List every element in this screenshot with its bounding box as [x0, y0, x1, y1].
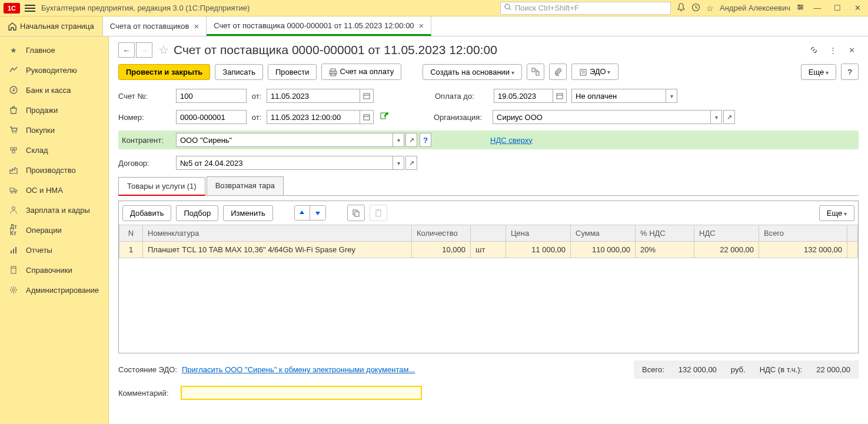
edo-button[interactable]: ЭДО [571, 64, 618, 80]
paste-button[interactable] [370, 205, 387, 221]
org-select[interactable] [493, 110, 710, 124]
cell-nomenclature[interactable]: Планшет TCL 10 TAB MAX 10,36" 4/64Gb Wi-… [143, 242, 412, 258]
cell-total[interactable]: 132 000,00 [759, 242, 847, 258]
settings-icon[interactable] [796, 3, 804, 13]
more-button[interactable]: Еще [801, 64, 836, 80]
help-button[interactable]: ? [420, 133, 431, 147]
post-close-button[interactable]: Провести и закрыть [118, 64, 210, 80]
account-no-input[interactable] [176, 89, 247, 103]
account-date-input[interactable] [267, 89, 360, 103]
pick-button[interactable]: Подбор [176, 205, 218, 221]
col-nomenclature[interactable]: Номенклатура [143, 225, 412, 242]
cell-n[interactable]: 1 [119, 242, 143, 258]
col-total[interactable]: Всего [759, 225, 847, 242]
col-price[interactable]: Цена [506, 225, 571, 242]
sidebar-item-catalogs[interactable]: Справочники [0, 260, 108, 280]
sidebar-label: Покупки [26, 126, 55, 135]
link-icon[interactable] [807, 43, 821, 57]
sidebar-item-hr[interactable]: Зарплата и кадры [0, 200, 108, 220]
table-more-button[interactable]: Еще [819, 205, 854, 221]
open-icon[interactable]: ↗ [723, 110, 735, 124]
home-tab[interactable]: Начальная страница [0, 16, 103, 36]
cell-price[interactable]: 11 000,00 [506, 242, 571, 258]
menu-icon[interactable] [25, 3, 35, 14]
copy-button[interactable] [347, 205, 365, 221]
sidebar-item-warehouse[interactable]: Склад [0, 140, 108, 160]
attachment-button[interactable] [549, 64, 567, 80]
nav-back-button[interactable]: ← [118, 42, 135, 58]
add-row-button[interactable]: Добавить [122, 205, 171, 221]
maximize-button[interactable]: ☐ [830, 2, 844, 14]
edo-invite-link[interactable]: Пригласить ООО "Сирень" к обмену электро… [182, 365, 415, 374]
sidebar-item-operations[interactable]: ДтКтОперации [0, 220, 108, 240]
move-up-button[interactable] [295, 206, 310, 220]
tab-invoice-doc[interactable]: Счет от поставщика 0000-000001 от 11.05.… [207, 16, 431, 36]
chevron-down-icon[interactable]: ▾ [393, 133, 404, 147]
edit-button[interactable]: Изменить [223, 205, 273, 221]
user-name[interactable]: Андрей Алексеевич [720, 4, 790, 12]
sidebar-item-sales[interactable]: Продажи [0, 100, 108, 120]
cell-qty[interactable]: 10,000 [412, 242, 471, 258]
close-icon[interactable]: × [419, 21, 424, 31]
vat-mode-link[interactable]: НДС сверху [490, 136, 533, 145]
nav-forward-button[interactable]: → [136, 42, 152, 58]
favorite-icon[interactable]: ☆ [158, 43, 169, 57]
post-button[interactable]: Провести [268, 64, 317, 80]
move-down-button[interactable] [310, 206, 325, 220]
chevron-down-icon[interactable]: ▾ [666, 89, 677, 103]
col-vat[interactable]: НДС [694, 225, 759, 242]
star-icon[interactable]: ☆ [706, 4, 714, 13]
history-icon[interactable] [691, 3, 700, 14]
sidebar-item-assets[interactable]: ОС и НМА [0, 180, 108, 200]
svg-rect-43 [376, 210, 381, 216]
save-button[interactable]: Записать [215, 64, 263, 80]
global-search[interactable]: Поиск Ctrl+Shift+F [500, 2, 671, 15]
sidebar-item-bank[interactable]: ₽Банк и касса [0, 80, 108, 100]
number-date-input[interactable] [267, 110, 360, 124]
close-icon[interactable]: × [194, 21, 199, 31]
sidebar-item-reports[interactable]: Отчеты [0, 240, 108, 260]
help-button[interactable]: ? [841, 64, 859, 80]
cell-unit[interactable]: шт [471, 242, 506, 258]
chevron-down-icon[interactable]: ▾ [710, 110, 722, 124]
sidebar-item-manager[interactable]: Руководителю [0, 60, 108, 80]
sidebar-item-production[interactable]: Производство [0, 160, 108, 180]
payment-until-label: Оплата до: [435, 92, 494, 101]
col-vat-pct[interactable]: % НДС [636, 225, 694, 242]
open-icon[interactable]: ↗ [405, 156, 417, 170]
sidebar-item-purchases[interactable]: Покупки [0, 120, 108, 140]
kebab-icon[interactable]: ⋮ [826, 43, 840, 57]
sidebar-item-main[interactable]: ★Главное [0, 40, 108, 60]
col-unit[interactable] [471, 225, 506, 242]
col-n[interactable]: N [119, 225, 143, 242]
calendar-icon[interactable] [360, 89, 374, 103]
calendar-icon[interactable] [553, 89, 567, 103]
number-input[interactable] [176, 110, 247, 124]
bell-icon[interactable] [677, 3, 686, 14]
close-button[interactable]: ✕ [850, 2, 864, 14]
tab-goods[interactable]: Товары и услуги (1) [118, 177, 205, 196]
related-docs-button[interactable] [527, 64, 544, 80]
col-qty[interactable]: Количество [412, 225, 471, 242]
close-icon[interactable]: ✕ [844, 43, 859, 57]
print-invoice-button[interactable]: Счет на оплату [321, 64, 401, 80]
minimize-button[interactable]: — [810, 2, 824, 14]
counterparty-select[interactable] [176, 133, 393, 147]
payment-status-select[interactable] [571, 89, 666, 103]
sidebar-item-admin[interactable]: Администрирование [0, 280, 108, 300]
tab-tare[interactable]: Возвратная тара [207, 176, 284, 195]
open-icon[interactable]: ↗ [405, 133, 417, 147]
contract-select[interactable] [176, 156, 393, 170]
payment-until-input[interactable] [494, 89, 553, 103]
svg-point-17 [11, 192, 13, 193]
create-based-button[interactable]: Создать на основании [423, 64, 522, 80]
chevron-down-icon[interactable]: ▾ [393, 156, 404, 170]
col-sum[interactable]: Сумма [571, 225, 636, 242]
cell-vat[interactable]: 22 000,00 [694, 242, 759, 258]
table-row[interactable]: 1 Планшет TCL 10 TAB MAX 10,36" 4/64Gb W… [119, 242, 858, 258]
cell-sum[interactable]: 110 000,00 [571, 242, 636, 258]
cell-vat-pct[interactable]: 20% [636, 242, 694, 258]
comment-input[interactable] [181, 386, 422, 400]
calendar-icon[interactable] [360, 110, 374, 124]
tab-invoice-list[interactable]: Счета от поставщиков × [103, 16, 207, 36]
